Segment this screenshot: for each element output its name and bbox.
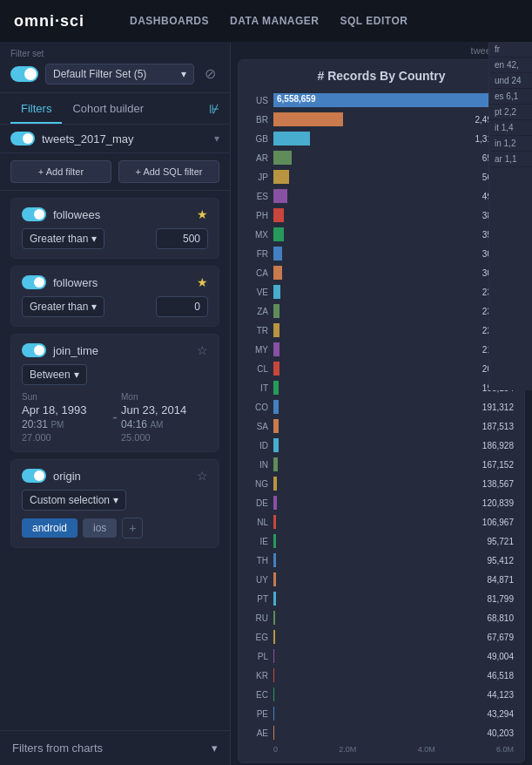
followers-title: followers [53,276,190,289]
origin-toggle[interactable] [22,469,46,483]
country-code: IN [249,460,268,470]
origin-tags-row: android ios + [22,518,208,538]
country-row: US 6,558,659 [249,91,514,109]
filter-set-toggle[interactable] [10,66,38,82]
country-bar [273,362,279,376]
country-bar-wrap [273,362,456,376]
country-row: FR 305,658 [249,245,514,262]
nav-links: DASHBOARDS DATA MANAGER SQL EDITOR [130,15,407,27]
country-code: NL [249,518,268,527]
country-bar-wrap [273,534,456,548]
followees-toggle[interactable] [22,207,46,221]
lang-item: en 42, [489,58,532,73]
origin-star-icon[interactable]: ☆ [197,469,208,483]
join-time-header: join_time ☆ [22,343,208,357]
country-row: GB 1,310,383 [249,130,514,147]
tab-cohort-builder[interactable]: Cohort builder [62,93,154,124]
country-bar [273,438,279,452]
followers-value-input[interactable] [156,296,208,317]
followees-operator-select[interactable]: Greater than ▾ [22,228,104,249]
nav-sql-editor[interactable]: SQL EDITOR [340,15,407,27]
start-day-label: Sun [22,392,109,402]
join-time-title: join_time [53,344,190,357]
tab-filters[interactable]: Filters [10,93,62,124]
chevron-down-icon: ▾ [113,494,118,506]
country-bar [273,170,289,184]
followees-value-input[interactable] [156,228,208,249]
country-bar-wrap [273,323,456,337]
followers-control-row: Greater than ▾ [22,296,208,317]
country-value: 67,679 [461,633,514,642]
filter-set-bar: Filter set Default Filter Set (5) ▾ ⊘ [0,42,230,93]
country-bar-wrap [273,381,456,395]
country-bar [273,285,280,299]
followers-star-icon[interactable]: ★ [197,275,208,289]
country-bar [273,323,279,337]
clear-filters-icon[interactable]: ⊘ [201,62,219,85]
filter-set-select[interactable]: Default Filter Set (5) ▾ [45,64,194,85]
country-bar-wrap [273,649,456,663]
country-bar-wrap [273,151,456,165]
country-code: JP [249,173,268,182]
country-bar [273,477,277,491]
join-time-toggle[interactable] [22,343,46,357]
country-bar [273,726,274,740]
followers-toggle[interactable] [22,275,46,289]
followees-title: followees [53,208,190,221]
filters-from-charts[interactable]: Filters from charts ▾ [0,730,230,765]
origin-custom-select[interactable]: Custom selection ▾ [22,490,126,511]
country-bar [273,247,282,261]
join-time-operator-select[interactable]: Between ▾ [22,364,87,385]
country-value: 167,152 [461,460,514,470]
join-time-filter-card: join_time ☆ Between ▾ Sun Apr 18, 1993 2… [10,334,219,452]
end-date-val: Jun 23, 2014 [121,403,208,416]
chevron-down-icon: ▾ [181,68,186,80]
nav-dashboards[interactable]: DASHBOARDS [130,15,209,27]
country-bar-wrap [273,342,456,356]
country-row: CA 302,928 [249,264,514,281]
country-row: IN 167,152 [249,456,514,473]
dataset-toggle[interactable] [10,132,35,146]
country-value: 49,004 [461,652,514,661]
country-bar-wrap [273,592,456,606]
country-bar [273,592,276,606]
country-bar [273,707,274,721]
country-bar-wrap [273,707,456,721]
country-bar-wrap [273,419,456,433]
country-bar-wrap [273,553,456,567]
country-value: 120,839 [461,498,514,508]
country-code: US [249,96,268,105]
country-row: SA 187,513 [249,417,514,435]
country-bar [273,342,279,356]
add-filter-button[interactable]: + Add filter [10,160,111,183]
country-value: 68,810 [461,613,514,623]
followers-operator-select[interactable]: Greater than ▾ [22,296,104,317]
start-date-val: Apr 18, 1993 [22,403,109,416]
tag-ios[interactable]: ios [83,518,117,538]
country-row: CO 191,312 [249,398,514,416]
country-code: CA [249,268,268,278]
country-code: PH [249,211,268,220]
dataset-row: tweets_2017_may ▾ [0,125,230,153]
add-sql-filter-button[interactable]: + Add SQL filter [118,160,219,183]
country-bar [273,668,274,682]
followers-header: followers ★ [22,275,208,289]
country-bar [273,189,287,203]
country-bar-wrap [273,304,456,318]
country-bar [273,381,279,395]
country-row: IT 193,154 [249,379,514,396]
followees-star-icon[interactable]: ★ [197,207,208,221]
country-value: 186,928 [461,441,514,450]
country-bar [273,630,275,644]
tag-android[interactable]: android [22,518,77,538]
join-time-star-icon[interactable]: ☆ [197,343,208,357]
country-bar-wrap [273,438,456,452]
tabs-filter-icon[interactable]: ⊮ [209,102,219,116]
dataset-chevron-icon[interactable]: ▾ [214,132,219,145]
lang-item: pt 2,2 [489,105,532,120]
country-value: 81,799 [461,594,514,604]
filter-set-label: Filter set [10,49,219,58]
country-code: NG [249,479,268,489]
add-tag-button[interactable]: + [122,518,143,538]
nav-data-manager[interactable]: DATA MANAGER [230,15,319,27]
